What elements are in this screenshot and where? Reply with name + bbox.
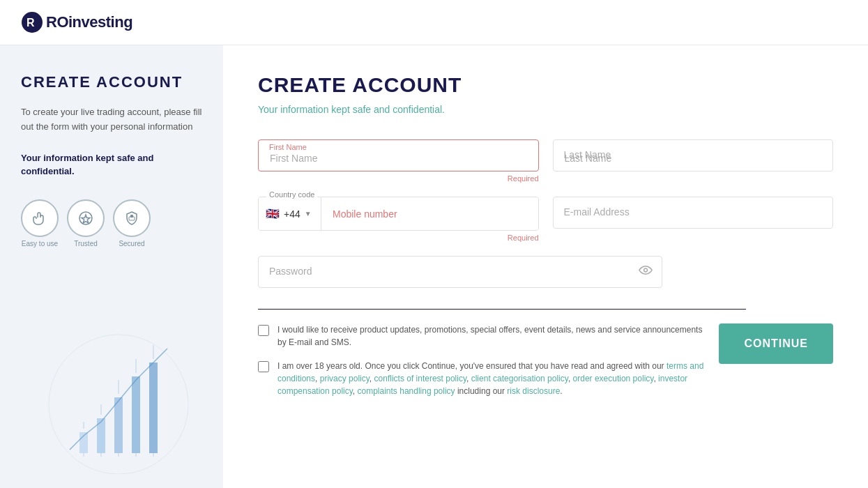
mobile-error: Required (258, 234, 539, 242)
country-code-label: Country code (266, 190, 317, 199)
phone-email-row: Country code 🇬🇧 +44 ▼ Required E-mail Ad… (258, 197, 833, 242)
risk-disclosure-link[interactable]: risk disclosure (507, 386, 560, 396)
password-input[interactable] (258, 256, 662, 288)
complaints-link[interactable]: complaints handling policy (358, 386, 455, 396)
badge-secured: Secured (113, 199, 151, 247)
logo-icon: R (21, 11, 43, 33)
sidebar: CREATE ACCOUNT To create your live tradi… (0, 45, 223, 488)
mobile-input[interactable] (321, 197, 538, 230)
country-select[interactable]: 🇬🇧 +44 ▼ (259, 197, 321, 230)
client-cat-link[interactable]: client categorisation policy (471, 374, 568, 383)
first-name-input[interactable] (258, 139, 539, 171)
main-container: CREATE ACCOUNT To create your live tradi… (0, 45, 868, 488)
sidebar-description: To create your live trading account, ple… (21, 105, 202, 135)
privacy-link[interactable]: privacy policy (320, 374, 370, 383)
badge-trusted: Trusted (67, 199, 105, 247)
svg-text:R: R (26, 17, 35, 29)
checkbox-1-label: I would like to receive product updates,… (277, 323, 705, 349)
badge-easy: Easy to use (21, 199, 59, 247)
flag-icon: 🇬🇧 (266, 207, 280, 220)
first-name-group: First Name Required (258, 139, 539, 183)
name-row: First Name Required Last Name (258, 139, 833, 183)
logo-text: ROinvesting (46, 13, 132, 31)
badge-secured-label: Secured (119, 240, 144, 247)
badge-trusted-icon (67, 199, 105, 237)
chart-illustration (14, 321, 223, 474)
checkbox-group-2: I am over 18 years old. Once you click C… (258, 360, 705, 397)
badge-easy-icon (21, 199, 59, 237)
badge-easy-label: Easy to use (22, 240, 58, 247)
content-subtitle: Your information kept safe and confident… (258, 104, 833, 115)
phone-inner: 🇬🇧 +44 ▼ (258, 197, 539, 231)
last-name-input[interactable] (553, 139, 834, 171)
content-title: CREATE ACCOUNT (258, 73, 833, 97)
chevron-down-icon: ▼ (305, 210, 312, 218)
badge-secured-icon (113, 199, 151, 237)
order-exec-link[interactable]: order execution policy (573, 374, 654, 383)
checkbox-2-label: I am over 18 years old. Once you click C… (277, 360, 705, 397)
content-area: CREATE ACCOUNT Your information kept saf… (223, 45, 868, 488)
checkboxes-container: I would like to receive product updates,… (258, 323, 705, 409)
logo: R ROinvesting (21, 11, 132, 33)
password-group: Password (258, 256, 662, 288)
trust-badges: Easy to use Trusted (21, 199, 202, 247)
sidebar-title: CREATE ACCOUNT (21, 73, 202, 91)
form-divider (258, 309, 746, 310)
form-bottom: I would like to receive product updates,… (258, 323, 833, 409)
checkbox-2[interactable] (258, 361, 269, 372)
phone-group: Country code 🇬🇧 +44 ▼ Required (258, 197, 539, 242)
country-dial: +44 (284, 208, 300, 220)
chart-svg (14, 321, 223, 474)
email-group: E-mail Address (553, 197, 834, 229)
continue-button[interactable]: CONTINUE (719, 323, 833, 364)
password-toggle-icon[interactable] (639, 264, 653, 281)
checkbox-1[interactable] (258, 325, 269, 336)
svg-point-21 (644, 268, 648, 272)
sidebar-safe-text: Your information kept safe and confident… (21, 151, 202, 178)
email-input[interactable] (553, 197, 834, 229)
last-name-group: Last Name (553, 139, 834, 171)
first-name-error: Required (258, 174, 539, 183)
badge-trusted-label: Trusted (74, 240, 98, 247)
header: R ROinvesting (0, 0, 868, 45)
svg-point-4 (131, 215, 133, 217)
conflicts-link[interactable]: conflicts of interest policy (374, 374, 467, 383)
checkbox-group-1: I would like to receive product updates,… (258, 323, 705, 349)
